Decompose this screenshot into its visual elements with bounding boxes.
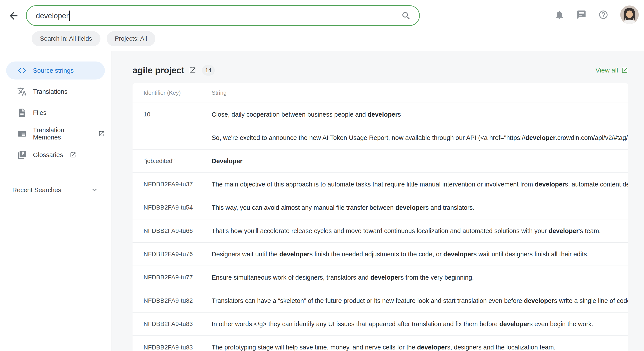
row-identifier: 10 xyxy=(132,103,212,126)
sidebar-item-source-strings[interactable]: Source strings xyxy=(6,61,105,79)
table-row[interactable]: NFDBB2FA9-tu83The prototyping stage will… xyxy=(132,336,628,351)
external-link-icon xyxy=(621,67,628,74)
file-icon xyxy=(17,108,27,117)
row-identifier: NFDBB2FA9-tu83 xyxy=(132,312,212,336)
arrow-back-icon xyxy=(8,10,19,21)
sidebar-item-glossaries[interactable]: Glossaries xyxy=(6,146,105,164)
column-header-identifier: Identifier (Key) xyxy=(132,83,212,103)
row-identifier: NFDBB2FA9-tu82 xyxy=(132,289,212,312)
table-header-row: Identifier (Key) String xyxy=(132,83,628,103)
sidebar-item-label: Files xyxy=(33,109,46,116)
table-row[interactable]: So, we're excited to announce the new AI… xyxy=(132,126,628,149)
project-title: agile project xyxy=(132,65,184,75)
row-identifier: NFDBB2FA9-tu83 xyxy=(132,336,212,351)
table-row[interactable]: NFDBB2FA9-tu83In other words,</g> they c… xyxy=(132,312,628,336)
table-row[interactable]: NFDBB2FA9-tu82Translators can have a “sk… xyxy=(132,289,628,312)
search-icon[interactable] xyxy=(401,11,411,21)
recent-searches-label: Recent Searches xyxy=(12,186,61,194)
search-input-value: developer xyxy=(36,11,68,20)
help-icon[interactable] xyxy=(598,10,608,20)
row-identifier: NFDBB2FA9-tu66 xyxy=(132,219,212,243)
table-row[interactable]: 10Close, daily cooperation between busin… xyxy=(132,103,628,126)
table-row[interactable]: NFDBB2FA9-tu66That's how you'll accelera… xyxy=(132,219,628,243)
row-string: In other words,</g> they can identify an… xyxy=(212,312,628,336)
filter-projects-label: Projects: All xyxy=(115,35,147,42)
view-all-link[interactable]: View all xyxy=(596,66,628,74)
translate-icon xyxy=(17,87,27,96)
sidebar-item-label: Translation Memories xyxy=(33,126,92,141)
row-string: Translators can have a “skeleton” of the… xyxy=(212,289,628,312)
code-icon xyxy=(17,66,27,75)
row-identifier xyxy=(132,126,212,149)
row-string: Developer xyxy=(212,149,628,173)
view-all-label: View all xyxy=(596,66,618,74)
sidebar-item-files[interactable]: Files xyxy=(6,104,105,122)
table-row[interactable]: NFDBB2FA9-tu77Ensure simultaneous work o… xyxy=(132,266,628,289)
sidebar-item-label: Glossaries xyxy=(33,151,63,159)
row-identifier: NFDBB2FA9-tu54 xyxy=(132,196,212,219)
row-identifier: "job.edited" xyxy=(132,149,212,173)
table-row[interactable]: NFDBB2FA9-tu54This way, you can avoid al… xyxy=(132,196,628,219)
row-string: So, we're excited to announce the new AI… xyxy=(212,126,628,149)
table-row[interactable]: "job.edited"Developer xyxy=(132,149,628,173)
chevron-down-icon xyxy=(90,186,99,194)
results-table: Identifier (Key) String 10Close, daily c… xyxy=(132,83,628,351)
notifications-bell-icon[interactable] xyxy=(554,10,564,20)
text-caret xyxy=(69,10,70,21)
row-string: This way, you can avoid almost any manua… xyxy=(212,196,628,219)
result-count-badge: 14 xyxy=(202,65,215,75)
filter-search-in-label: Search in: All fields xyxy=(40,35,92,42)
row-identifier: NFDBB2FA9-tu77 xyxy=(132,266,212,289)
row-string: Designers wait until the developers fini… xyxy=(212,243,628,266)
external-link-icon xyxy=(70,152,76,158)
row-string: The main objective of this approach is t… xyxy=(212,173,628,196)
sidebar-item-label: Translations xyxy=(33,88,68,95)
back-button[interactable] xyxy=(8,10,19,21)
results-panel: agile project 14 View all Identifier (Ke… xyxy=(112,51,644,351)
external-link-icon xyxy=(98,130,105,137)
row-identifier: NFDBB2FA9-tu37 xyxy=(132,173,212,196)
translation-memory-icon xyxy=(17,129,27,139)
row-identifier: NFDBB2FA9-tu76 xyxy=(132,243,212,266)
top-actions xyxy=(554,5,639,24)
messages-chat-icon[interactable] xyxy=(576,10,586,20)
sidebar-item-translation-memories[interactable]: Translation Memories xyxy=(6,125,105,143)
sidebar-item-label: Source strings xyxy=(33,67,74,74)
row-string: Ensure simultaneous work of designers, t… xyxy=(212,266,628,289)
sidebar-item-translations[interactable]: Translations xyxy=(6,83,105,101)
sidebar: Source strings Translations Files xyxy=(0,51,112,351)
project-section-header: agile project 14 View all xyxy=(132,65,628,75)
table-body: 10Close, daily cooperation between busin… xyxy=(132,103,628,351)
search-input[interactable]: developer xyxy=(26,5,420,26)
row-string: That's how you'll accelerate release cyc… xyxy=(212,219,628,243)
recent-searches-toggle[interactable]: Recent Searches xyxy=(12,186,99,194)
user-avatar[interactable] xyxy=(620,5,639,24)
table-row[interactable]: NFDBB2FA9-tu37The main objective of this… xyxy=(132,173,628,196)
results-card: Identifier (Key) String 10Close, daily c… xyxy=(132,83,628,351)
table-row[interactable]: NFDBB2FA9-tu76Designers wait until the d… xyxy=(132,243,628,266)
top-bar: developer Search in: All fields Projects… xyxy=(0,0,644,51)
glossary-icon xyxy=(17,150,27,160)
column-header-string: String xyxy=(212,83,628,103)
filter-projects[interactable]: Projects: All xyxy=(106,31,156,46)
search-filters: Search in: All fields Projects: All xyxy=(32,31,156,46)
project-external-link-icon[interactable] xyxy=(189,66,196,74)
row-string: Close, daily cooperation between busines… xyxy=(212,103,628,126)
sidebar-divider xyxy=(6,176,105,176)
row-string: The prototyping stage will help save tim… xyxy=(212,336,628,351)
filter-search-in[interactable]: Search in: All fields xyxy=(32,31,100,46)
